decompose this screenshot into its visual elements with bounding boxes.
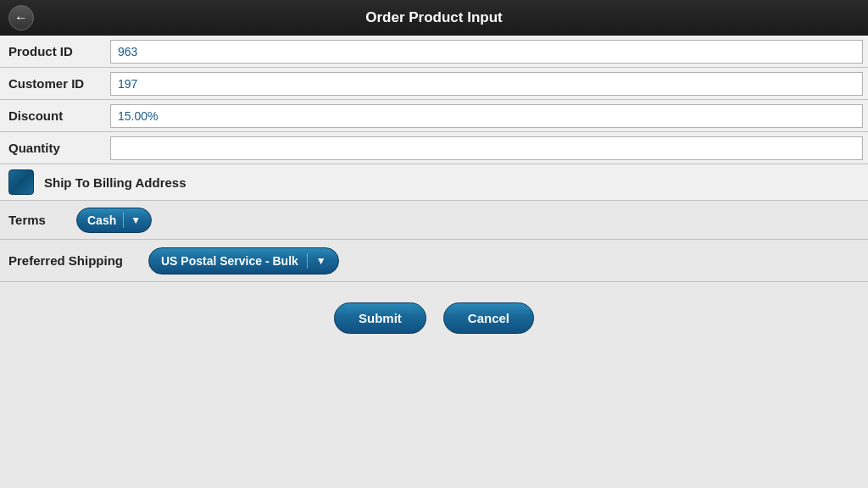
ship-to-billing-label: Ship To Billing Address — [44, 175, 186, 190]
terms-dropdown[interactable]: Cash ▼ — [76, 208, 152, 233]
terms-dropdown-arrow: ▼ — [131, 214, 141, 226]
terms-row: Terms Cash ▼ — [0, 201, 868, 240]
customer-id-label: Customer ID — [0, 71, 110, 96]
submit-button[interactable]: Submit — [334, 302, 426, 334]
back-icon: ← — [14, 10, 28, 25]
quantity-label: Quantity — [0, 136, 110, 160]
shipping-dropdown-divider — [307, 253, 308, 269]
preferred-shipping-row: Preferred Shipping US Postal Service - B… — [0, 240, 868, 282]
app-container: ← Order Product Input Product ID Custome… — [0, 0, 868, 488]
terms-value: Cash — [87, 214, 116, 227]
header: ← Order Product Input — [0, 0, 868, 36]
quantity-input[interactable] — [110, 136, 863, 160]
customer-id-row: Customer ID — [0, 68, 868, 100]
quantity-row: Quantity — [0, 132, 868, 164]
shipping-dropdown-arrow: ▼ — [316, 255, 326, 267]
product-id-label: Product ID — [0, 39, 110, 64]
discount-input[interactable] — [110, 104, 863, 128]
form-area: Product ID Customer ID Discount Quantity… — [0, 36, 868, 488]
back-button[interactable]: ← — [8, 5, 34, 30]
shipping-dropdown[interactable]: US Postal Service - Bulk ▼ — [148, 247, 339, 274]
customer-id-input[interactable] — [110, 72, 863, 96]
terms-label: Terms — [8, 213, 76, 227]
header-title: Order Product Input — [365, 9, 503, 26]
ship-to-billing-checkbox[interactable] — [8, 169, 34, 195]
discount-label: Discount — [0, 103, 110, 128]
product-id-input[interactable] — [110, 40, 863, 64]
product-id-row: Product ID — [0, 36, 868, 68]
buttons-row: Submit Cancel — [0, 282, 868, 354]
preferred-shipping-label: Preferred Shipping — [8, 253, 148, 268]
discount-row: Discount — [0, 100, 868, 132]
ship-to-billing-row: Ship To Billing Address — [0, 164, 868, 201]
terms-dropdown-divider — [123, 213, 124, 228]
cancel-button[interactable]: Cancel — [443, 302, 534, 334]
shipping-value: US Postal Service - Bulk — [161, 254, 298, 268]
